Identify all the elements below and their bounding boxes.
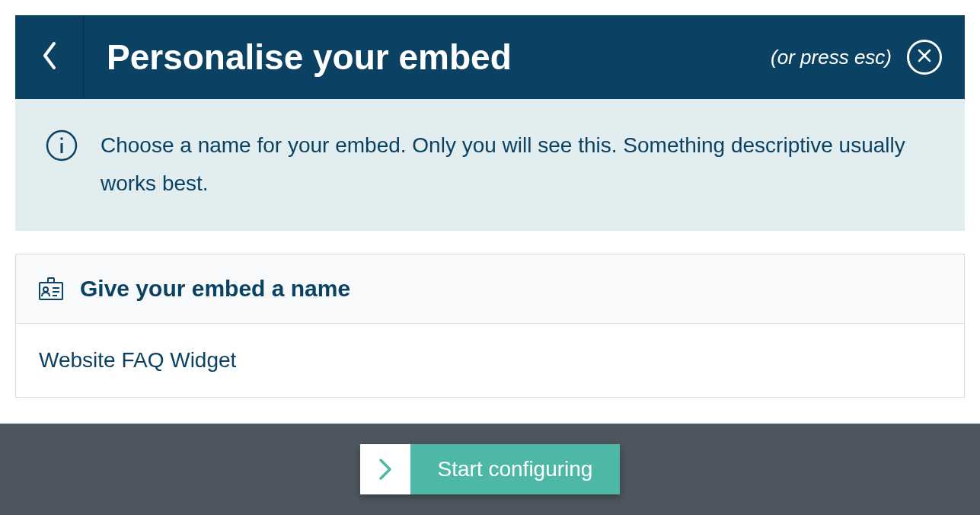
- embed-name-input[interactable]: [16, 324, 964, 397]
- close-icon: [918, 49, 931, 66]
- page-title: Personalise your embed: [107, 37, 512, 78]
- footer-bar: Start configuring: [0, 424, 980, 515]
- svg-point-3: [60, 137, 63, 140]
- close-button[interactable]: [907, 40, 942, 75]
- id-badge-icon: [39, 277, 63, 300]
- modal-header: Personalise your embed (or press esc): [15, 15, 965, 99]
- chevron-right-icon: [360, 444, 410, 494]
- form-section-header: Give your embed a name: [16, 254, 964, 324]
- info-icon: [46, 130, 78, 162]
- back-button[interactable]: [15, 15, 84, 99]
- info-banner: Choose a name for your embed. Only you w…: [15, 99, 965, 231]
- esc-hint: (or press esc): [771, 46, 892, 69]
- start-button-label: Start configuring: [410, 444, 621, 494]
- chevron-left-icon: [40, 40, 59, 74]
- svg-rect-6: [48, 278, 54, 283]
- svg-point-7: [43, 287, 48, 292]
- start-configuring-button[interactable]: Start configuring: [360, 444, 621, 494]
- form-section-title: Give your embed a name: [80, 276, 350, 302]
- form-card: Give your embed a name: [15, 254, 965, 398]
- info-text: Choose a name for your embed. Only you w…: [101, 126, 934, 203]
